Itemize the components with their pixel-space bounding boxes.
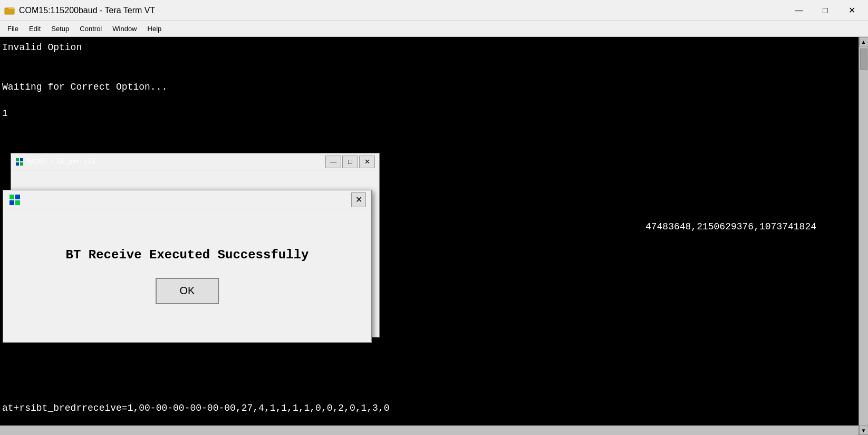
terminal-line-4: Waiting for Correct Option... [2, 81, 856, 94]
svg-rect-6 [15, 195, 20, 199]
macro-minimize[interactable]: — [325, 156, 341, 168]
close-button[interactable]: ✕ [840, 2, 864, 19]
svg-rect-4 [20, 162, 23, 166]
terminal-bottom-line: at+rsibt_bredrreceive=1,00-00-00-00-00-0… [2, 402, 390, 415]
menu-control[interactable]: Control [74, 23, 107, 35]
dialog-icon [8, 194, 21, 206]
dialog-title-bar: ✕ [3, 190, 371, 209]
terminal: Invalid Option Waiting for Correct Optio… [0, 37, 859, 426]
folder-icon [4, 5, 15, 16]
dialog-body: BT Receive Executed Successfully OK [3, 209, 371, 342]
menu-window[interactable]: Window [107, 23, 142, 35]
maximize-button[interactable]: □ [813, 2, 837, 19]
menu-file[interactable]: File [2, 23, 24, 35]
scroll-thumb-v[interactable] [860, 49, 867, 70]
macro-title-bar: MACRO - bt_per.ttl — □ ✕ [11, 153, 379, 170]
menu-help[interactable]: Help [142, 23, 167, 35]
macro-maximize[interactable]: □ [342, 156, 358, 168]
numbers-text: 47483648,2150629376,1073741824 [645, 221, 816, 232]
dialog-ok-button[interactable]: OK [156, 278, 219, 304]
macro-controls: — □ ✕ [325, 156, 375, 168]
minimize-button[interactable]: — [787, 2, 811, 19]
svg-rect-1 [16, 158, 19, 161]
menu-setup[interactable]: Setup [46, 23, 74, 35]
dialog-message: BT Receive Executed Successfully [66, 248, 309, 262]
terminal-line-1: Invalid Option [2, 41, 856, 54]
terminal-line-3 [2, 67, 856, 81]
window-controls: — □ ✕ [787, 2, 864, 19]
macro-close[interactable]: ✕ [359, 156, 375, 168]
svg-rect-2 [20, 158, 23, 161]
svg-rect-3 [16, 162, 19, 166]
terminal-line-5 [2, 94, 856, 107]
terminal-line-6: 1 [2, 107, 856, 120]
macro-title: MACRO - bt_per.ttl [27, 158, 95, 166]
dialog-box: ✕ BT Receive Executed Successfully OK [3, 190, 372, 343]
vertical-scrollbar: ▲ ▼ [859, 37, 868, 435]
terminal-line-7 [2, 121, 856, 134]
scroll-down-button[interactable]: ▼ [859, 426, 869, 435]
menu-bar: File Edit Setup Control Window Help [0, 21, 868, 37]
terminal-line-8 [2, 134, 856, 147]
scroll-up-button[interactable]: ▲ [859, 37, 869, 46]
svg-rect-8 [15, 200, 20, 205]
menu-edit[interactable]: Edit [24, 23, 46, 35]
dialog-close-button[interactable]: ✕ [351, 192, 366, 207]
svg-rect-5 [9, 195, 14, 199]
macro-icon [15, 158, 24, 166]
svg-rect-7 [9, 200, 14, 205]
title-bar: COM15:115200baud - Tera Term VT — □ ✕ [0, 0, 868, 21]
title-bar-title: COM15:115200baud - Tera Term VT [19, 6, 155, 15]
terminal-line-2 [2, 54, 856, 67]
